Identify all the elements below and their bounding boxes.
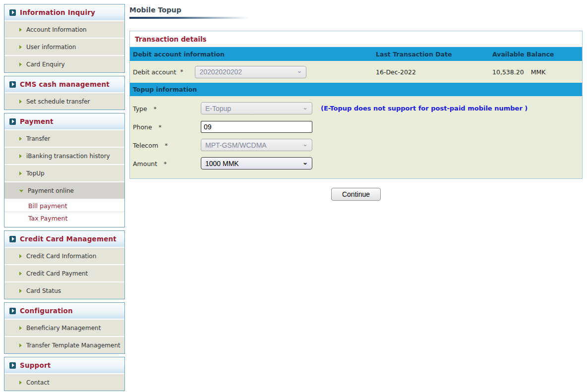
sidebar-item-ibanking-transaction-history[interactable]: iBanking transaction history <box>4 147 124 164</box>
sidebar-item-beneficiary-management[interactable]: Beneficiary Management <box>4 319 124 336</box>
type-value: E-Topup <box>205 105 300 112</box>
debit-header-col2: Last Transaction Date <box>373 51 489 58</box>
sidebar-header-credit-card-management[interactable]: Credit Card Management <box>4 231 124 247</box>
debit-header-col1: Debit account information <box>130 51 373 58</box>
type-row: Type * E-Topup ⌄ (E-Topup does not suppo… <box>130 99 582 117</box>
sidebar-section-payment: Payment Transfer iBanking transaction hi… <box>4 113 125 227</box>
etopup-note: (E-Topup does not support for post-paid … <box>321 105 582 112</box>
section-title: Payment <box>20 117 54 125</box>
arrow-right-icon <box>19 272 22 276</box>
sidebar-item-label: iBanking transaction history <box>26 153 110 160</box>
sidebar-item-label: Transfer Template Management <box>26 342 120 349</box>
continue-button[interactable]: Continue <box>331 188 381 201</box>
title-underline <box>129 17 248 19</box>
type-label-cell: Type * <box>133 104 201 113</box>
sidebar-subitem-tax-payment[interactable]: Tax Payment <box>4 212 124 224</box>
section-title: CMS cash management <box>20 80 110 88</box>
amount-label-cell: Amount * <box>133 159 201 168</box>
arrow-right-icon <box>19 154 22 158</box>
sidebar-item-label: Card Status <box>26 287 61 294</box>
sidebar-item-label: Account Information <box>26 26 87 33</box>
sidebar-item-label: Set schedule transfer <box>26 98 90 105</box>
topup-form: Type * E-Topup ⌄ (E-Topup does not suppo… <box>130 96 582 178</box>
arrow-right-icon <box>19 326 22 330</box>
debit-header-col3: Available Balance <box>489 51 582 58</box>
expand-arrow-icon <box>9 362 16 369</box>
sidebar-item-transfer[interactable]: Transfer <box>4 129 124 147</box>
sidebar-item-credit-card-payment[interactable]: Credit Card Payment <box>4 264 124 281</box>
payment-online-submenu: Bill payment Tax Payment <box>4 199 124 227</box>
available-balance-cell: 10,538.20 MMK <box>489 68 582 76</box>
arrow-right-icon <box>19 45 22 49</box>
page-title: Mobile Topup <box>129 6 583 14</box>
debit-account-cell: Debit account * 20202020202 ⌄ <box>130 66 373 78</box>
arrow-right-icon <box>19 62 22 66</box>
sidebar-item-transfer-template-management[interactable]: Transfer Template Management <box>4 336 124 353</box>
sidebar-item-label: Payment online <box>28 187 74 194</box>
last-transaction-date: 16-Dec-2022 <box>373 68 489 76</box>
debit-account-label: Debit account <box>133 68 176 76</box>
type-select[interactable]: E-Topup ⌄ <box>201 102 312 114</box>
section-title: Configuration <box>20 307 73 315</box>
required-asterisk: * <box>180 68 183 75</box>
sidebar-subitem-label: Tax Payment <box>28 215 67 222</box>
app-window: Information Inquiry Account Information … <box>0 0 587 392</box>
required-asterisk: * <box>159 124 162 131</box>
chevron-down-icon: ⌄ <box>302 160 308 165</box>
expand-arrow-icon <box>9 236 16 242</box>
section-title: Credit Card Management <box>20 235 117 243</box>
sidebar-item-set-schedule-transfer[interactable]: Set schedule transfer <box>4 92 124 110</box>
sidebar-subitem-bill-payment[interactable]: Bill payment <box>4 199 124 212</box>
telecom-label-cell: Telecom * <box>133 140 201 150</box>
sidebar-header-cms-cash-management[interactable]: CMS cash management <box>4 76 124 92</box>
sidebar-item-account-information[interactable]: Account Information <box>4 20 124 38</box>
sidebar-item-contact[interactable]: Contact <box>4 373 124 391</box>
phone-input[interactable] <box>201 121 312 133</box>
amount-select[interactable]: 1000 MMK ⌄ <box>201 157 312 169</box>
arrow-right-icon <box>19 100 22 104</box>
telecom-select[interactable]: MPT-GSM/WCDMA ⌄ <box>201 139 312 151</box>
sidebar-header-support[interactable]: Support <box>4 357 124 373</box>
sidebar-item-label: Contact <box>26 379 50 386</box>
required-asterisk: * <box>164 161 167 168</box>
sidebar-section-support: Support Contact <box>4 357 125 391</box>
phone-label-cell: Phone * <box>133 122 201 131</box>
telecom-label: Telecom <box>133 142 158 149</box>
chevron-down-icon: ⌄ <box>302 142 308 147</box>
amount-row: Amount * 1000 MMK ⌄ <box>130 154 582 172</box>
sidebar-section-configuration: Configuration Beneficiary Management Tra… <box>4 302 125 354</box>
sidebar-item-label: User information <box>26 44 76 51</box>
sidebar-header-information-inquiry[interactable]: Information Inquiry <box>4 4 124 20</box>
sidebar-item-label: Credit Card Payment <box>26 270 88 277</box>
sidebar-item-label: Transfer <box>26 135 50 142</box>
telecom-row: Telecom * MPT-GSM/WCDMA ⌄ <box>130 136 582 154</box>
sidebar-subitem-label: Bill payment <box>28 202 67 210</box>
type-label: Type <box>133 105 147 112</box>
main-content: Mobile Topup Transaction details Debit a… <box>129 0 583 201</box>
expand-arrow-icon <box>9 9 16 16</box>
arrow-right-icon <box>19 343 22 347</box>
sidebar-header-configuration[interactable]: Configuration <box>4 303 124 319</box>
arrow-right-icon <box>19 171 22 175</box>
sidebar-item-card-status[interactable]: Card Status <box>4 281 124 299</box>
sidebar-item-card-enquiry[interactable]: Card Enquiry <box>4 55 124 72</box>
sidebar-header-payment[interactable]: Payment <box>4 113 124 129</box>
sidebar-item-user-information[interactable]: User information <box>4 38 124 55</box>
continue-button-row: Continue <box>129 188 583 201</box>
sidebar-item-label: TopUp <box>26 170 45 177</box>
amount-label: Amount <box>133 160 157 168</box>
arrow-right-icon <box>19 254 22 258</box>
sidebar-item-payment-online[interactable]: Payment online <box>4 181 124 199</box>
phone-row: Phone * <box>130 117 582 136</box>
sidebar-item-topup[interactable]: TopUp <box>4 164 124 181</box>
section-title: Support <box>20 361 51 369</box>
sidebar-item-credit-card-information[interactable]: Credit Card Information <box>4 247 124 264</box>
section-title: Information Inquiry <box>20 8 95 16</box>
sidebar-item-label: Card Enquiry <box>26 61 65 68</box>
expand-arrow-icon <box>9 308 16 314</box>
sidebar-section-cms-cash-management: CMS cash management Set schedule transfe… <box>4 76 125 110</box>
debit-account-select[interactable]: 20202020202 ⌄ <box>195 66 306 78</box>
chevron-down-icon: ⌄ <box>302 105 308 110</box>
chevron-down-icon: ⌄ <box>297 68 302 73</box>
expand-arrow-icon <box>9 118 16 125</box>
